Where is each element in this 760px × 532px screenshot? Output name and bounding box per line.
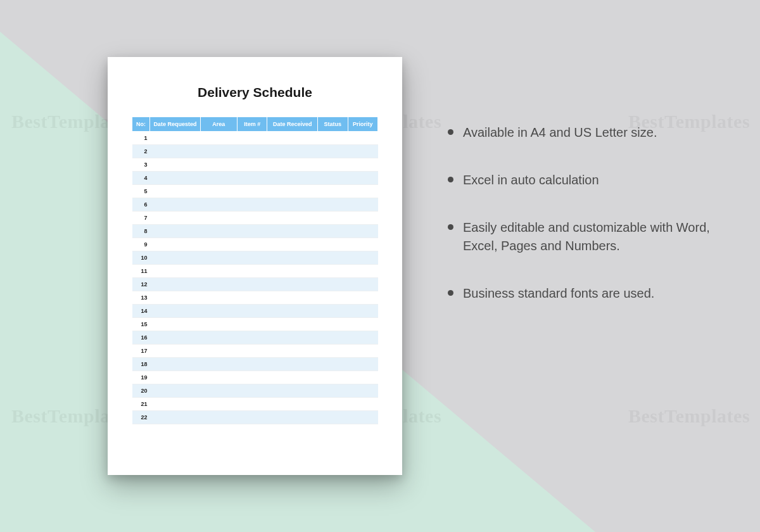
table-row: 10	[132, 251, 378, 265]
row-number: 10	[132, 251, 150, 265]
empty-cell	[237, 291, 267, 305]
empty-cell	[200, 291, 237, 305]
empty-cell	[150, 305, 201, 318]
empty-cell	[237, 158, 267, 172]
row-number: 7	[132, 212, 150, 225]
empty-cell	[200, 185, 237, 198]
empty-cell	[348, 158, 377, 172]
document-title: Delivery Schedule	[132, 85, 378, 100]
empty-cell	[318, 265, 348, 278]
document-page: Delivery Schedule No: Date Requested Are…	[132, 81, 378, 451]
empty-cell	[318, 198, 348, 212]
row-number: 1	[132, 132, 150, 145]
empty-cell	[318, 358, 348, 371]
empty-cell	[150, 172, 201, 185]
empty-cell	[267, 132, 318, 145]
empty-cell	[200, 212, 237, 225]
table-row: 22	[132, 411, 378, 424]
empty-cell	[200, 172, 237, 185]
empty-cell	[348, 358, 377, 371]
empty-cell	[348, 291, 377, 305]
empty-cell	[200, 225, 237, 238]
empty-cell	[237, 212, 267, 225]
empty-cell	[267, 318, 318, 331]
empty-cell	[318, 251, 348, 265]
empty-cell	[318, 318, 348, 331]
row-number: 12	[132, 278, 150, 291]
col-header-area: Area	[200, 117, 237, 132]
empty-cell	[150, 371, 201, 384]
row-number: 15	[132, 318, 150, 331]
empty-cell	[150, 198, 201, 212]
empty-cell	[348, 398, 377, 411]
empty-cell	[200, 384, 237, 398]
empty-cell	[200, 318, 237, 331]
table-row: 21	[132, 398, 378, 411]
row-number: 9	[132, 238, 150, 251]
empty-cell	[348, 145, 377, 158]
empty-cell	[200, 145, 237, 158]
table-row: 12	[132, 278, 378, 291]
empty-cell	[348, 278, 377, 291]
empty-cell	[150, 145, 201, 158]
empty-cell	[267, 278, 318, 291]
empty-cell	[200, 238, 237, 251]
empty-cell	[237, 358, 267, 371]
empty-cell	[237, 331, 267, 345]
empty-cell	[348, 185, 377, 198]
row-number: 11	[132, 265, 150, 278]
table-row: 7	[132, 212, 378, 225]
empty-cell	[348, 212, 377, 225]
empty-cell	[348, 225, 377, 238]
row-number: 3	[132, 158, 150, 172]
table-row: 11	[132, 265, 378, 278]
empty-cell	[200, 265, 237, 278]
empty-cell	[200, 371, 237, 384]
table-row: 1	[132, 132, 378, 145]
col-header-status: Status	[318, 117, 348, 132]
col-header-priority: Priority	[348, 117, 377, 132]
empty-cell	[237, 198, 267, 212]
empty-cell	[150, 251, 201, 265]
empty-cell	[318, 145, 348, 158]
empty-cell	[237, 345, 267, 358]
empty-cell	[200, 331, 237, 345]
empty-cell	[267, 158, 318, 172]
table-row: 16	[132, 331, 378, 345]
empty-cell	[318, 238, 348, 251]
empty-cell	[318, 172, 348, 185]
empty-cell	[318, 384, 348, 398]
empty-cell	[200, 158, 237, 172]
row-number: 4	[132, 172, 150, 185]
empty-cell	[237, 411, 267, 424]
empty-cell	[150, 398, 201, 411]
empty-cell	[318, 345, 348, 358]
empty-cell	[348, 132, 377, 145]
table-row: 3	[132, 158, 378, 172]
empty-cell	[318, 398, 348, 411]
empty-cell	[150, 265, 201, 278]
table-row: 18	[132, 358, 378, 371]
empty-cell	[150, 278, 201, 291]
row-number: 13	[132, 291, 150, 305]
empty-cell	[150, 411, 201, 424]
empty-cell	[318, 371, 348, 384]
col-header-item: Item #	[237, 117, 267, 132]
empty-cell	[348, 331, 377, 345]
empty-cell	[237, 398, 267, 411]
empty-cell	[150, 132, 201, 145]
empty-cell	[200, 305, 237, 318]
row-number: 17	[132, 345, 150, 358]
document-mockup: Delivery Schedule No: Date Requested Are…	[108, 57, 402, 475]
empty-cell	[348, 238, 377, 251]
empty-cell	[318, 305, 348, 318]
empty-cell	[348, 384, 377, 398]
empty-cell	[200, 251, 237, 265]
table-row: 2	[132, 145, 378, 158]
empty-cell	[318, 185, 348, 198]
empty-cell	[237, 278, 267, 291]
empty-cell	[318, 278, 348, 291]
empty-cell	[267, 212, 318, 225]
empty-cell	[150, 384, 201, 398]
empty-cell	[267, 238, 318, 251]
